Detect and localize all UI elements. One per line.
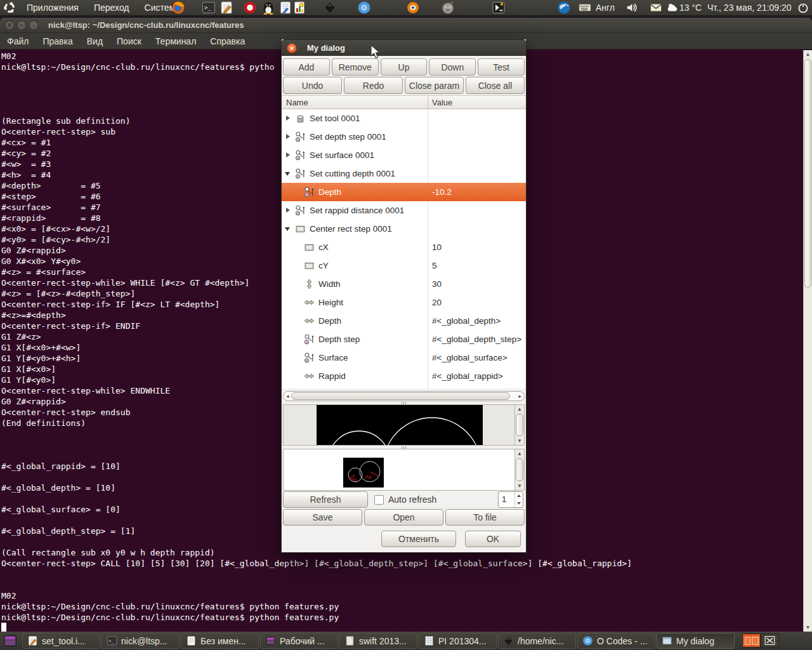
preview-pane-thumbnail[interactable]: Rb Ra ▲ ▼ (283, 449, 525, 491)
tree-row-value[interactable]: #<_global_rappid> (432, 371, 503, 381)
tree-row-depth-step[interactable]: Depth step#<_global_depth_step> (282, 330, 526, 348)
temperature-indicator[interactable]: 13 °C (679, 0, 702, 15)
inkscape-icon[interactable] (323, 1, 337, 15)
expander-collapsed-icon[interactable] (284, 114, 292, 123)
test-button[interactable]: Test (478, 58, 525, 76)
preview-pane-large[interactable]: ▲ ▼ (283, 404, 525, 446)
terminal-icon[interactable]: >_ (202, 1, 216, 15)
close-param-button[interactable]: Close param (405, 77, 464, 94)
ok-button[interactable]: OK (465, 531, 521, 547)
window-list-icon[interactable] (3, 633, 18, 648)
writer-doc-icon[interactable] (278, 1, 292, 15)
taskbar-item-nick-ltsp-[interactable]: >_nick@ltsp... (102, 633, 180, 649)
tree-row-set-surface-0001[interactable]: Set surface 0001 (282, 146, 526, 164)
remove-button[interactable]: Remove (332, 58, 379, 76)
spinner-arrows-icon[interactable] (514, 492, 523, 507)
up-button[interactable]: Up (381, 58, 428, 76)
terminal-titlebar[interactable]: × − ▫ nick@ltsp: ~/Design/cnc-club.ru/li… (0, 18, 812, 33)
tree-row-rappid[interactable]: Rappid#<_global_rappid> (282, 367, 526, 385)
tree-row-cy[interactable]: cY5 (282, 256, 526, 275)
terminal-menu-4[interactable]: Терминал (148, 33, 203, 49)
blender-icon[interactable] (406, 1, 420, 15)
terminal-menu-5[interactable]: Справка (203, 33, 252, 49)
window-max-icon[interactable]: ▫ (29, 20, 39, 30)
tree-row-value[interactable]: 20 (432, 298, 442, 307)
terminal-scrollbar[interactable]: ▲ ▼ (803, 50, 812, 632)
scroll-down-icon[interactable]: ▼ (804, 625, 812, 630)
expander-expanded-icon[interactable] (284, 225, 292, 233)
volume-icon[interactable] (625, 1, 638, 14)
panel-menu-0[interactable]: Приложения (19, 0, 86, 15)
firefox-icon[interactable] (171, 1, 185, 15)
taskbar-item-my-dialog[interactable]: My dialog (657, 633, 735, 649)
keyboard-icon[interactable] (579, 1, 591, 14)
thumbnail-scrollbar[interactable]: ▲ ▼ (514, 449, 524, 490)
taskbar-item-pi-201304-[interactable]: PI 201304... (419, 633, 497, 649)
expander-collapsed-icon[interactable] (284, 151, 292, 159)
remote-terminal-icon[interactable] (492, 1, 506, 15)
tree-row-height[interactable]: Height20 (282, 293, 526, 312)
taskbar-item-swift-2013-[interactable]: swift 2013... (339, 633, 417, 649)
tree-row-depth[interactable]: Depth-10.2 (282, 183, 526, 201)
terminal-menu-0[interactable]: Файл (0, 33, 36, 49)
workspace-1[interactable] (742, 633, 761, 647)
save-button[interactable]: Save (283, 509, 362, 526)
auto-refresh-checkbox[interactable] (374, 495, 384, 505)
tree-row-set-cutting-depth-0001[interactable]: Set cutting depth 0001 (282, 164, 526, 183)
weather-icon[interactable] (666, 1, 679, 14)
add-button[interactable]: Add (283, 58, 330, 76)
taskbar-item-без-имен-[interactable]: Без имен... (181, 633, 259, 649)
tree-row-surface[interactable]: Surface#<_global_surface> (282, 348, 526, 367)
keyboard-layout-indicator[interactable]: Англ (596, 0, 615, 15)
panel-menu-1[interactable]: Переход (86, 0, 137, 15)
expander-collapsed-icon[interactable] (284, 206, 292, 215)
tux-icon[interactable] (261, 1, 275, 15)
scroll-up-icon[interactable]: ▲ (804, 51, 812, 57)
thunderbird-icon[interactable] (557, 1, 571, 15)
impress-doc-icon[interactable] (292, 1, 306, 15)
scroll-right-icon[interactable]: ▸ (518, 392, 521, 401)
scroll-up-icon[interactable]: ▲ (515, 451, 524, 456)
tree-row-value[interactable]: -10.2 (432, 187, 452, 197)
undo-button[interactable]: Undo (283, 77, 342, 94)
tree-row-set-tool-0001[interactable]: Set tool 0001 (282, 109, 526, 128)
scroll-down-icon[interactable]: ▼ (515, 438, 524, 444)
close-all-button[interactable]: Close all (466, 77, 525, 94)
window-min-icon[interactable]: − (16, 20, 27, 30)
workspace-2[interactable] (761, 633, 779, 647)
down-button[interactable]: Down (429, 58, 476, 76)
expander-collapsed-icon[interactable] (284, 133, 292, 141)
opera-icon[interactable] (243, 1, 257, 15)
taskbar-item-o-codes-[interactable]: O Codes - ... (577, 633, 655, 649)
gedit-icon[interactable] (219, 1, 233, 15)
to-file-button[interactable]: To file (445, 509, 525, 526)
preview-scrollbar[interactable]: ▲ ▼ (514, 405, 524, 445)
tree-column-header[interactable]: Name Value (282, 95, 526, 109)
ubuntu-logo-icon[interactable] (3, 1, 16, 14)
tree-row-cx[interactable]: cX10 (282, 238, 526, 256)
terminal-menu-2[interactable]: Вид (80, 33, 110, 49)
interval-value[interactable]: 1 (502, 494, 506, 504)
tree-row-center-rect-step-0001[interactable]: Center rect step 0001 (282, 220, 526, 238)
redo-button[interactable]: Redo (344, 77, 403, 94)
scroll-down-icon[interactable]: ▼ (515, 483, 524, 489)
tree-row-set-depth-step-0001[interactable]: Set depth step 0001 (282, 128, 526, 146)
expander-expanded-icon[interactable] (284, 169, 292, 178)
chromium-icon[interactable] (357, 1, 371, 15)
dialog-titlebar[interactable]: × My dialog (281, 39, 527, 56)
tree-hscroll-thumb[interactable] (291, 392, 510, 400)
scroll-left-icon[interactable]: ◂ (286, 392, 289, 401)
taskbar-item--home-nic-[interactable]: /home/nic... (498, 633, 576, 649)
cancel-button[interactable]: Отменить (381, 531, 456, 547)
tree-row-value[interactable]: #<_global_depth_step> (432, 335, 521, 344)
open-button[interactable]: Open (364, 509, 443, 526)
window-close-icon[interactable]: × (4, 20, 15, 30)
column-name[interactable]: Name (286, 96, 308, 109)
tree-row-depth[interactable]: Depth#<_global_depth> (282, 312, 526, 330)
taskbar-item-рабочий-[interactable]: Рабочий ... (260, 633, 338, 649)
tree-row-value[interactable]: #<_global_depth> (432, 316, 501, 326)
tree-row-value[interactable]: #<_global_surface> (432, 353, 508, 362)
terminal-menu-3[interactable]: Поиск (110, 33, 148, 49)
terminal-scrollbar-thumb[interactable] (804, 59, 811, 288)
terminal-menu-1[interactable]: Правка (36, 33, 79, 49)
